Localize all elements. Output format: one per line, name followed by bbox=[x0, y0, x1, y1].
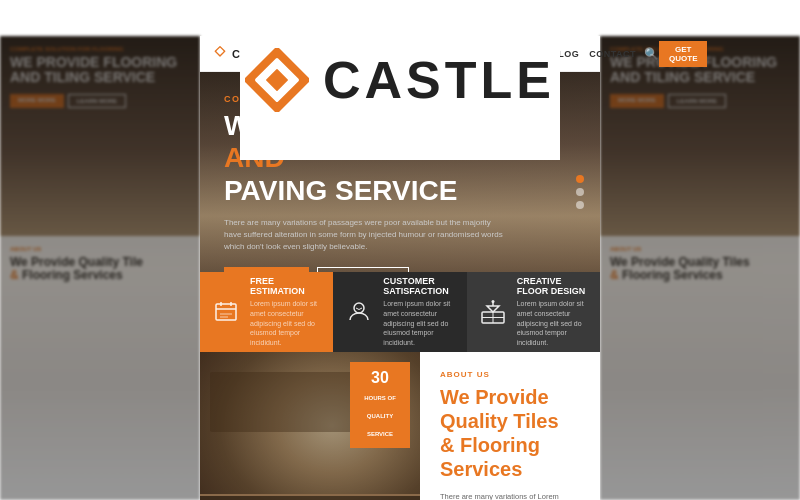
feature-title-1: Free Estimation bbox=[250, 276, 323, 296]
features-row: Free Estimation Lorem ipsum dolor sit am… bbox=[200, 272, 600, 352]
hero-description: There are many variations of passages we… bbox=[224, 217, 504, 253]
about-badge: 30 Hours Of Quality Service bbox=[350, 362, 410, 448]
search-button[interactable]: 🔍 bbox=[644, 47, 659, 61]
logo-icon-large bbox=[245, 48, 309, 112]
about-description: There are many variations of Lorem ipsum… bbox=[440, 491, 580, 500]
dot-1[interactable] bbox=[576, 175, 584, 183]
feature-card-1: Free Estimation Lorem ipsum dolor sit am… bbox=[200, 272, 333, 352]
feature-desc-1: Lorem ipsum dolor sit amet consectetur a… bbox=[250, 299, 323, 348]
big-logo-text: CASTLE bbox=[323, 50, 555, 110]
badge-number: 30 bbox=[356, 370, 404, 386]
hero-logo-overlay: CASTLE bbox=[240, 0, 560, 160]
feature-text-1: Free Estimation Lorem ipsum dolor sit am… bbox=[250, 276, 323, 348]
big-logo: CASTLE bbox=[245, 48, 555, 112]
nav-link-contact[interactable]: CONTACT bbox=[589, 49, 636, 59]
logo-icon-small bbox=[212, 46, 228, 62]
slider-dots bbox=[576, 175, 584, 209]
feature-text-3: Creative Floor Design Lorem ipsum dolor … bbox=[517, 276, 590, 348]
feature-card-3: Creative Floor Design Lorem ipsum dolor … bbox=[467, 272, 600, 352]
badge-service: Quality Service bbox=[367, 413, 393, 437]
free-estimation-icon bbox=[210, 296, 242, 328]
about-section: 30 Hours Of Quality Service ABOUT US We … bbox=[200, 352, 600, 500]
about-title: We Provide Quality Tiles & Flooring Serv… bbox=[440, 385, 580, 481]
feature-desc-2: Lorem ipsum dolor sit amet consectetur a… bbox=[383, 299, 456, 348]
dot-2[interactable] bbox=[576, 188, 584, 196]
about-label: ABOUT US bbox=[440, 370, 580, 379]
dot-3[interactable] bbox=[576, 201, 584, 209]
feature-title-2: Customer Satisfaction bbox=[383, 276, 456, 296]
about-content: ABOUT US We Provide Quality Tiles & Floo… bbox=[420, 352, 600, 500]
svg-rect-2 bbox=[216, 304, 236, 320]
feature-card-2: Customer Satisfaction Lorem ipsum dolor … bbox=[333, 272, 466, 352]
feature-title-3: Creative Floor Design bbox=[517, 276, 590, 296]
feature-text-2: Customer Satisfaction Lorem ipsum dolor … bbox=[383, 276, 456, 348]
left-side-panel: COMPLETE SOLUTION FOR FLOORING WE PROVID… bbox=[0, 36, 200, 500]
customer-satisfaction-icon bbox=[343, 296, 375, 328]
feature-desc-3: Lorem ipsum dolor sit amet consectetur a… bbox=[517, 299, 590, 348]
creative-floor-icon bbox=[477, 296, 509, 328]
about-image: 30 Hours Of Quality Service bbox=[200, 352, 420, 500]
get-quote-button[interactable]: GET QUOTE bbox=[659, 41, 707, 67]
about-title-highlight: Tiles bbox=[513, 410, 558, 432]
about-title-part2: & Flooring Services bbox=[440, 434, 540, 480]
svg-point-8 bbox=[354, 303, 364, 313]
badge-unit: Hours Of bbox=[364, 395, 396, 401]
svg-point-13 bbox=[491, 300, 494, 303]
right-side-panel: COMPLETE SOLUTION FOR FLOORING WE PROVID… bbox=[600, 36, 800, 500]
